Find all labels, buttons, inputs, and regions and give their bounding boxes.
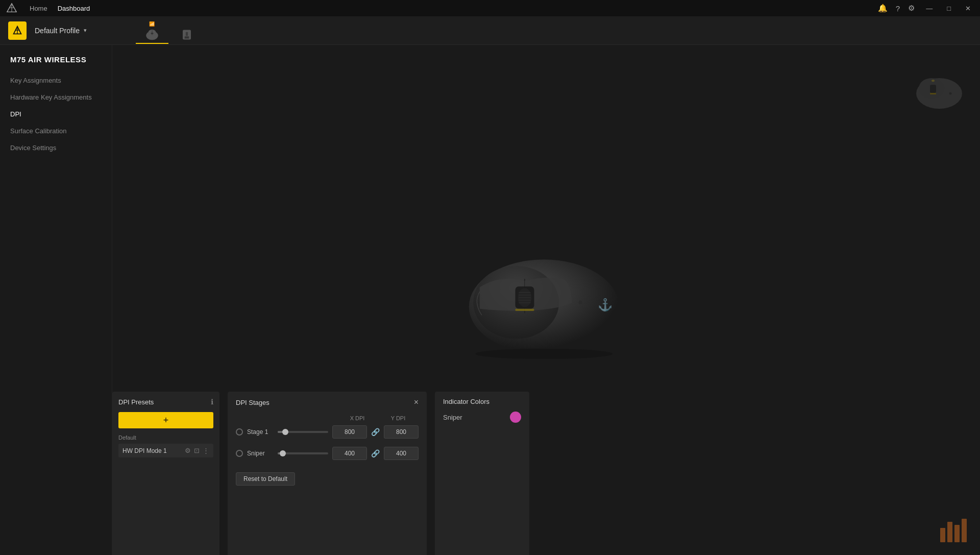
device-thumbnail [909, 70, 970, 111]
sidebar-item-dpi[interactable]: DPI [0, 106, 112, 123]
svg-rect-33 [940, 528, 945, 542]
mouse-tab-icon [144, 28, 160, 42]
sniper-link-icon[interactable]: 🔗 [371, 449, 380, 457]
sidebar-item-key-assignments[interactable]: Key Assignments [0, 72, 112, 89]
svg-rect-36 [962, 519, 967, 542]
svg-rect-35 [954, 525, 960, 542]
indicator-colors-panel: Indicator Colors Sniper [435, 392, 529, 555]
svg-rect-23 [516, 308, 534, 310]
svg-point-31 [949, 92, 952, 95]
stage-1-label: Stage 1 [247, 428, 274, 436]
device-title: M75 AIR WIRELESS [0, 55, 112, 72]
titlebar-left: Home Dashboard [6, 3, 90, 14]
svg-point-26 [475, 348, 612, 358]
dpi-stages-panel: DPI Stages × X DPI Y DPI Stage 1 [228, 392, 427, 555]
svg-rect-30 [930, 93, 936, 94]
stage-1-thumb[interactable] [282, 429, 288, 435]
maximize-button[interactable]: □ [944, 5, 954, 12]
mouse-3d-model: ⚓ [439, 229, 653, 372]
titlebar-right: 🔔 ? ⚙ — □ ✕ [878, 4, 974, 13]
indicator-sniper-label: Sniper [443, 414, 462, 421]
dpi-presets-title: DPI Presets [118, 398, 154, 406]
add-preset-button[interactable]: + [118, 412, 213, 428]
nav-dashboard[interactable]: Dashboard [58, 5, 90, 12]
indicator-colors-header: Indicator Colors [443, 398, 521, 405]
sidebar-item-hardware-key-assignments[interactable]: Hardware Key Assignments [0, 89, 112, 106]
preset-more-icon[interactable]: ⋮ [203, 447, 209, 454]
content-area: ⚓ DPI Preset [112, 45, 980, 555]
sniper-x-dpi-input[interactable] [332, 447, 367, 460]
svg-rect-11 [185, 36, 189, 38]
sniper-y-dpi-input[interactable] [384, 447, 419, 460]
dpi-stages-header: DPI Stages × [236, 398, 419, 407]
profile-selector[interactable]: Default Profile ▾ [35, 27, 87, 35]
svg-point-32 [932, 80, 935, 82]
svg-point-24 [579, 300, 582, 304]
reset-to-default-button[interactable]: Reset to Default [236, 472, 295, 486]
preset-name: HW DPI Mode 1 [122, 447, 182, 454]
stage-1-radio[interactable] [236, 428, 243, 436]
sniper-thumb[interactable] [280, 450, 286, 456]
nav-home[interactable]: Home [30, 5, 47, 12]
watermark [939, 518, 970, 545]
wifi-icon: 📶 [149, 21, 155, 27]
dpi-presets-header: DPI Presets ℹ [118, 398, 213, 406]
info-icon[interactable]: ℹ [211, 398, 213, 406]
close-button[interactable]: ✕ [962, 5, 974, 12]
notification-icon[interactable]: 🔔 [878, 4, 888, 13]
profile-dropdown-icon: ▾ [84, 27, 87, 34]
svg-text:⚓: ⚓ [598, 297, 613, 311]
preset-group-label: Default [118, 435, 213, 441]
svg-rect-34 [947, 522, 952, 542]
dpi-table-header: X DPI Y DPI [236, 415, 419, 421]
svg-rect-12 [186, 32, 188, 35]
sniper-label: Sniper [247, 450, 274, 457]
device-thumbnail-icon [909, 70, 970, 111]
stage-1-link-icon[interactable]: 🔗 [371, 428, 380, 436]
stage-1-slider[interactable] [278, 431, 328, 433]
settings-icon[interactable]: ⚙ [908, 4, 915, 13]
sidebar-item-surface-calibration[interactable]: Surface Calibration [0, 123, 112, 139]
sniper-color-picker[interactable] [510, 412, 521, 423]
sniper-radio[interactable] [236, 450, 243, 457]
dpi-presets-panel: DPI Presets ℹ + Default HW DPI Mode 1 ⚙ … [112, 392, 219, 555]
sidebar-item-device-settings[interactable]: Device Settings [0, 139, 112, 156]
dpi-stages-title: DPI Stages [236, 399, 270, 406]
stage-1-y-dpi-input[interactable] [384, 425, 419, 439]
indicator-sniper-row: Sniper [443, 412, 521, 423]
svg-rect-29 [930, 85, 936, 93]
profile-bar: Default Profile ▾ 📶 [0, 16, 980, 45]
dpi-stage-1-row: Stage 1 🔗 [236, 425, 419, 439]
indicator-colors-title: Indicator Colors [443, 398, 489, 405]
x-dpi-label: X DPI [339, 415, 376, 421]
titlebar-nav: Home Dashboard [30, 5, 90, 12]
titlebar: Home Dashboard 🔔 ? ⚙ — □ ✕ [0, 0, 980, 16]
device-tab-dongle[interactable] [170, 26, 203, 42]
preset-item-icons: ⚙ ⊡ ⋮ [185, 447, 209, 454]
dpi-stages-close-button[interactable]: × [414, 398, 419, 407]
dpi-sniper-row: Sniper 🔗 [236, 447, 419, 460]
bottom-panels: DPI Presets ℹ + Default HW DPI Mode 1 ⚙ … [112, 392, 980, 555]
y-dpi-label: Y DPI [380, 415, 416, 421]
help-icon[interactable]: ? [896, 4, 900, 13]
device-tab-mouse[interactable]: 📶 [136, 19, 168, 42]
profile-logo-icon [12, 25, 23, 36]
minimize-button[interactable]: — [923, 5, 936, 12]
profile-name: Default Profile [35, 27, 80, 35]
main: M75 AIR WIRELESS Key Assignments Hardwar… [0, 45, 980, 555]
corsair-logo-icon [6, 3, 17, 14]
preset-item: HW DPI Mode 1 ⚙ ⊡ ⋮ [118, 444, 213, 457]
profile-icon [8, 21, 27, 40]
preset-copy-icon[interactable]: ⊡ [194, 447, 200, 454]
dongle-tab-icon [179, 28, 195, 42]
sidebar: M75 AIR WIRELESS Key Assignments Hardwar… [0, 45, 112, 555]
stage-1-x-dpi-input[interactable] [332, 425, 367, 439]
preset-settings-icon[interactable]: ⚙ [185, 447, 191, 454]
sniper-slider[interactable] [278, 452, 328, 454]
watermark-icon [939, 518, 970, 543]
svg-point-9 [151, 32, 153, 34]
device-tabs: 📶 [136, 19, 203, 42]
